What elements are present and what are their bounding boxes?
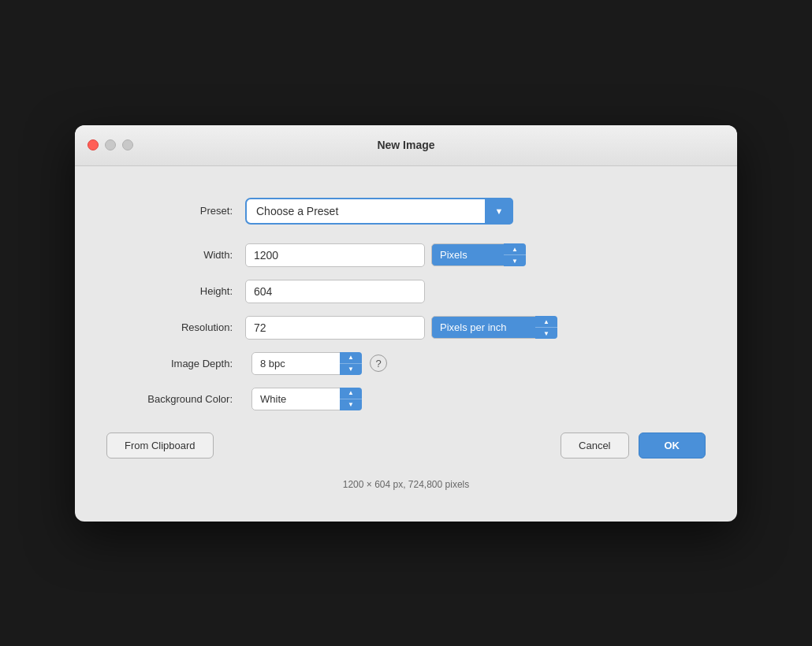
- image-depth-wrapper: 8 bpc ▲ ▼: [251, 352, 362, 375]
- bg-stepper-up-icon: ▲: [340, 388, 362, 399]
- cancel-button[interactable]: Cancel: [561, 433, 628, 459]
- unit-select-wrapper: Pixels ▲ ▼: [431, 243, 526, 266]
- maximize-button[interactable]: [122, 139, 133, 150]
- help-icon: ?: [375, 358, 381, 369]
- stepper-up-icon: ▲: [504, 243, 526, 255]
- pixels-unit-stepper[interactable]: ▲ ▼: [504, 243, 526, 266]
- preset-label: Preset:: [106, 205, 233, 217]
- titlebar: New Image: [75, 125, 737, 166]
- dialog-content: Preset: Choose a Preset Width: Pixels ▲ …: [75, 166, 737, 522]
- new-image-dialog: New Image Preset: Choose a Preset Width:…: [75, 125, 737, 522]
- background-color-label: Background Color:: [106, 393, 233, 405]
- ppi-stepper-down-icon: ▼: [535, 328, 557, 339]
- from-clipboard-button[interactable]: From Clipboard: [106, 433, 214, 459]
- resolution-row: Resolution: Pixels per inch ▲ ▼: [106, 316, 706, 340]
- image-depth-stepper[interactable]: ▲ ▼: [340, 352, 362, 375]
- ppi-stepper-up-icon: ▲: [535, 316, 557, 328]
- resolution-label: Resolution:: [106, 321, 233, 333]
- resolution-input[interactable]: [245, 316, 425, 340]
- status-text: 1200 × 604 px, 724,800 pixels: [106, 479, 706, 498]
- width-label: Width:: [106, 249, 233, 261]
- traffic-lights: [88, 139, 133, 150]
- buttons-row: From Clipboard Cancel OK: [106, 433, 706, 466]
- preset-wrapper: Choose a Preset: [245, 198, 513, 225]
- width-input[interactable]: [245, 243, 425, 267]
- image-depth-row: Image Depth: 8 bpc ▲ ▼ ?: [106, 352, 706, 375]
- height-row: Height:: [106, 280, 706, 303]
- ok-button[interactable]: OK: [639, 433, 706, 459]
- preset-row: Preset: Choose a Preset: [106, 198, 706, 225]
- width-row: Width: Pixels ▲ ▼: [106, 243, 706, 267]
- depth-stepper-up-icon: ▲: [340, 352, 362, 364]
- bg-stepper-down-icon: ▼: [340, 399, 362, 410]
- minimize-button[interactable]: [105, 139, 116, 150]
- ppi-unit-stepper[interactable]: ▲ ▼: [535, 316, 557, 339]
- height-label: Height:: [106, 285, 233, 297]
- height-input[interactable]: [245, 280, 425, 303]
- window-title: New Image: [377, 139, 434, 151]
- background-color-wrapper: White ▲ ▼: [251, 388, 362, 410]
- stepper-down-icon: ▼: [504, 255, 526, 266]
- background-color-stepper[interactable]: ▲ ▼: [340, 388, 362, 410]
- preset-select[interactable]: Choose a Preset: [245, 198, 513, 225]
- close-button[interactable]: [88, 139, 99, 150]
- btn-group-right: Cancel OK: [561, 433, 706, 459]
- depth-stepper-down-icon: ▼: [340, 364, 362, 375]
- help-button[interactable]: ?: [370, 355, 387, 372]
- image-depth-label: Image Depth:: [106, 358, 233, 369]
- ppi-select-wrapper: Pixels per inch ▲ ▼: [431, 316, 557, 339]
- background-color-row: Background Color: White ▲ ▼: [106, 388, 706, 410]
